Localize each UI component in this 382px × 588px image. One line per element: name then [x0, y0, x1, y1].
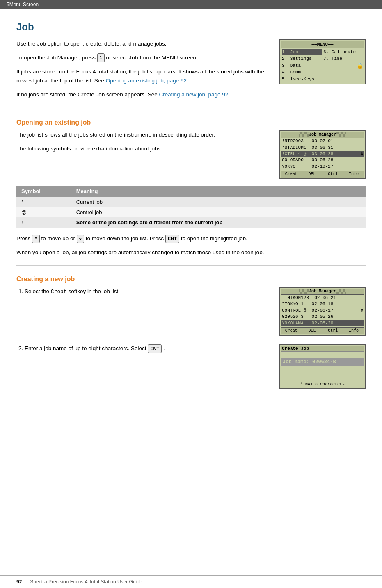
menu-item-job: 1. Job — [282, 49, 322, 56]
intro-para2: To open the Job Manager, press 1 or sele… — [16, 53, 271, 63]
softkey-ctrl1[interactable]: Ctrl — [323, 171, 344, 178]
nav-mid: to move up or — [41, 235, 76, 242]
menu-item-settings: 2. Settings — [282, 55, 322, 62]
menu-item-1sec: 5. 1sec-Keys — [282, 76, 322, 83]
intro-para4-end: . — [230, 91, 231, 98]
creating-job-link[interactable]: Creating a new job, page 92 — [159, 91, 228, 98]
key-1-button: 1 — [97, 53, 105, 62]
lcd1-row5: ?OKYO 02-10-27 — [281, 164, 364, 170]
create-job-name-row: Job name: 020624-B — [281, 358, 364, 366]
lcd1-row2: *STADIUM1 03-06-31 — [281, 145, 364, 151]
symbol-table: Symbol Meaning * Current job @ Control j… — [16, 186, 366, 228]
footer: 92 Spectra Precision Focus 4 Total Stati… — [0, 575, 382, 588]
symbol-asterisk: * — [16, 197, 71, 207]
intro-para4: If no jobs are stored, the Create Job sc… — [16, 90, 271, 99]
main-content: Job Use the Job option to open, create, … — [0, 9, 382, 406]
softkey-info1[interactable]: Info — [343, 171, 364, 178]
softkey-del1[interactable]: DEL — [302, 171, 323, 178]
step2-row: Enter a job name of up to eight characte… — [16, 344, 366, 389]
symbol-table-header: Symbol Meaning — [16, 186, 366, 197]
meaning-asterisk: Current job — [71, 197, 366, 207]
intro-para3-end: . — [188, 77, 190, 84]
create-job-empty-row3 — [281, 372, 364, 379]
footer-title: Spectra Precision Focus 4 Total Station … — [30, 579, 142, 585]
symbol-at: @ — [16, 207, 71, 217]
step2-end: . — [163, 345, 165, 351]
symbol-table-header-row: Symbol Meaning — [16, 186, 366, 197]
section-title-job: Job — [16, 21, 366, 33]
softkey-ctrl2[interactable]: Ctrl — [323, 328, 344, 334]
menu-lcd-title: ——MENU—— — [281, 41, 364, 48]
job-manager-lcd1: ░░░░Job Manager░░░░ !NTR2003 03-07-01 *S… — [279, 130, 366, 179]
menu-item-calibrate: 6. Calibrate — [323, 49, 363, 56]
intro-para4-prefix: If no jobs are stored, the Create Job sc… — [16, 91, 159, 98]
opening-para2: The following symbols provide extra info… — [16, 144, 271, 153]
nav-end: to open the highlighted job. — [181, 235, 247, 242]
divider-1 — [16, 109, 366, 109]
intro-para2-suffix: or select — [106, 55, 129, 61]
intro-para1: Use the Job option to open, create, dele… — [16, 39, 271, 48]
symbol-exclaim: ! — [16, 217, 71, 228]
intro-text-block: Use the Job option to open, create, dele… — [16, 39, 271, 102]
symbol-table-body: * Current job @ Control job ! Some of th… — [16, 197, 366, 228]
intro-para2-prefix: To open the Job Manager, press — [16, 55, 97, 61]
step1-prefix: Select the — [25, 288, 51, 294]
step1-item: Select the Creat softkey in the job list… — [25, 287, 271, 296]
navigation-para2: When you open a job, all job settings ar… — [16, 248, 366, 257]
footer-page-number: 92 — [16, 579, 22, 585]
lock-icon: 🔒 — [357, 62, 364, 71]
meaning-exclaim: Some of the job settings are different f… — [71, 217, 366, 228]
divider-2 — [16, 265, 366, 266]
menu-item-comm: 4. Comm. — [282, 69, 322, 76]
key-ent-button: ENT — [165, 235, 179, 244]
create-job-title: Create Job — [281, 346, 364, 352]
creating-section: Select the Creat softkey in the job list… — [16, 287, 366, 389]
softkey-info2[interactable]: Info — [343, 328, 364, 334]
header-chapter-number: 5 — [7, 2, 9, 7]
create-job-lcd: Create Job Job name: 020624-B * MAX 8 ch… — [279, 344, 366, 389]
navigation-para1: Press ^ to move up or v to move down the… — [16, 234, 366, 243]
lcd1-row4: COLORADO 03-06-28 — [281, 157, 364, 163]
key-ent2-button: ENT — [148, 344, 162, 353]
menu-item-data: 3. Data — [282, 62, 322, 69]
softkey-creat2[interactable]: Creat — [281, 328, 302, 334]
softkey-del2[interactable]: DEL — [302, 328, 323, 334]
key-down-button: v — [77, 235, 84, 244]
meaning-at: Control job — [71, 207, 366, 217]
symbol-col-header: Symbol — [16, 186, 71, 197]
subsection-title-opening: Opening an existing job — [16, 119, 366, 126]
lcd2-softkey-bar: Creat DEL Ctrl Info — [281, 327, 364, 334]
intro-para2-end: from the MENU screen. — [140, 55, 197, 61]
scroll-arrows-icon: ⇕ — [360, 150, 364, 157]
step1-end: softkey in the job list. — [69, 288, 120, 294]
lcd2-row2: *TOKYO-1 02-06-18 — [281, 301, 364, 307]
lcd1-row1: !NTR2003 03-07-01 — [281, 138, 364, 144]
meaning-col-header: Meaning — [71, 186, 366, 197]
step1-code: Creat — [51, 289, 67, 295]
scroll-arrows-icon2: ⇕ — [360, 307, 364, 314]
nav-prefix: Press — [16, 235, 32, 242]
header-chapter-title: Menu Screen — [9, 2, 39, 7]
step1-text: Select the Creat softkey in the job list… — [16, 287, 271, 301]
opening-job-link[interactable]: Opening an existing job, page 92 — [106, 77, 187, 84]
lcd1-row3: !CTRL-4 @ 03-06-28 — [281, 151, 364, 157]
table-row-exclaim: ! Some of the job settings are different… — [16, 217, 366, 228]
menu-item-time: 7. Time — [323, 55, 363, 62]
opening-text-block: The job list shows all the jobs stored o… — [16, 130, 271, 156]
step1-row: Select the Creat softkey in the job list… — [16, 287, 366, 336]
step2-prefix: Enter a job name of up to eight characte… — [25, 345, 148, 351]
softkey-creat1[interactable]: Creat — [281, 171, 302, 178]
intro-para3: If jobs are stored on the Focus 4 total … — [16, 67, 271, 85]
create-job-note: * MAX 8 characters — [281, 381, 364, 387]
lcd1-title: ░░░░Job Manager░░░░ — [281, 132, 364, 138]
step2-item: Enter a job name of up to eight characte… — [25, 344, 271, 353]
steps-list: Select the Creat softkey in the job list… — [25, 287, 271, 296]
create-job-empty-row — [281, 352, 364, 358]
lcd2-title: ░░░░Job Manager░░░░ — [281, 289, 364, 295]
lcd2-row5: YOKOHAMA 02-05-20 — [281, 320, 364, 326]
opening-section: The job list shows all the jobs stored o… — [16, 130, 366, 179]
job-manager-lcd2: ░░░░Job Manager░░░░ NIKON123 02-06-21 *T… — [279, 287, 366, 336]
intro-para2-code: Job — [128, 55, 138, 61]
step2-text: Enter a job name of up to eight characte… — [16, 344, 271, 357]
lcd2-row1: NIKON123 02-06-21 — [281, 295, 364, 301]
